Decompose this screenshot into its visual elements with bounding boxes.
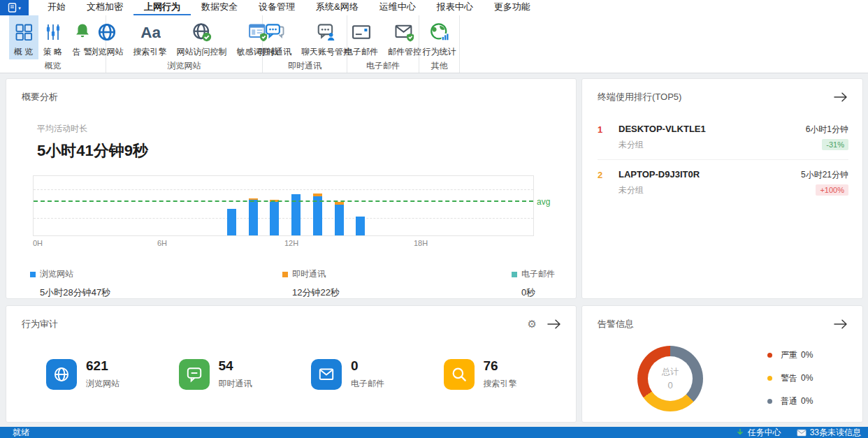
overview-panel: 概要分析 平均活动时长 5小时41分钟9秒 avg 0H6H12H18H 浏览网… — [6, 78, 577, 299]
ribbon-group-im: 即时通讯 聊天账号管控 即时通讯 — [263, 15, 347, 73]
sliders-icon — [43, 20, 63, 45]
stat-value: 621 — [86, 358, 120, 374]
activity-chart-legend: 浏览网站 5小时28分钟47秒 即时通讯 12分钟22秒 电子邮件 0秒 — [30, 268, 555, 299]
ranking-panel: 终端使用排行(TOP5) 1 DESKTOP-VLKTLE1 未分组 6小时1分… — [581, 78, 863, 299]
stat-im[interactable]: 54 即时通讯 — [179, 358, 312, 390]
ranking-row-1[interactable]: 1 DESKTOP-VLKTLE1 未分组 6小时1分钟 -31% — [598, 115, 848, 159]
ribbon-site-access-control-label: 网站访问控制 — [177, 46, 227, 58]
ribbon-policy-button[interactable]: 策 略 — [38, 15, 68, 59]
ribbon-group-email: 电子邮件 邮件管控 电子邮件 — [347, 15, 419, 73]
ribbon-group-web-label: 浏览网站 — [106, 59, 262, 74]
gear-icon[interactable]: ⚙ — [528, 318, 537, 330]
stat-email[interactable]: 0 电子邮件 — [311, 358, 444, 390]
legend-value-email: 0秒 — [521, 286, 555, 299]
ribbon-im-button[interactable]: 即时通讯 — [253, 15, 296, 59]
legend-swatch-web — [30, 272, 36, 277]
avg-duration-label: 平均活动时长 — [37, 123, 576, 135]
arrow-right-icon[interactable] — [833, 92, 848, 103]
terminal-group: 未分组 — [619, 184, 801, 196]
alert-pct: 0% — [801, 396, 813, 406]
ribbon-im-label: 即时通讯 — [258, 46, 291, 58]
ribbon: 概 览 策 略 — [0, 15, 868, 73]
terminal-group: 未分组 — [619, 139, 806, 151]
ribbon-browse-web-label: 浏览网站 — [90, 46, 124, 58]
legend-item-im: 即时通讯 12分钟22秒 — [282, 268, 340, 299]
legend-value-web: 5小时28分钟47秒 — [40, 286, 110, 299]
ribbon-group-other: 行为统计 其他 — [419, 15, 460, 73]
menu-start[interactable]: 开始 — [37, 0, 76, 15]
bar-im — [249, 198, 258, 200]
legend-swatch-im — [282, 272, 288, 277]
ribbon-overview-button[interactable]: 概 览 — [9, 15, 38, 59]
bar-web — [249, 200, 258, 235]
globe-icon — [96, 20, 117, 45]
bar-web — [270, 202, 279, 235]
donut-center: 总计 0 — [648, 356, 693, 401]
alert-legend-critical: 严重0% — [767, 347, 813, 363]
alerts-panel-title: 告警信息 — [598, 318, 823, 330]
globe-icon — [46, 359, 77, 390]
ribbon-policy-label: 策 略 — [43, 46, 62, 58]
envelope-icon — [797, 429, 806, 437]
ribbon-search-engine-button[interactable]: Aa 搜索引擎 — [129, 15, 172, 59]
menu-system-network[interactable]: 系统&网络 — [305, 0, 369, 15]
task-center-button[interactable]: 任务中心 — [736, 427, 781, 438]
avg-line — [34, 200, 533, 202]
ribbon-group-web: 浏览网站 Aa 搜索引擎 网站访问 — [106, 15, 263, 73]
audit-panel: 行为审计 ⚙ 621 浏览网站 — [6, 305, 577, 423]
ranking-list: 1 DESKTOP-VLKTLE1 未分组 6小时1分钟 -31% 2 LAPT… — [598, 115, 848, 205]
terminal-name: LAPTOP-D9J3IT0R — [619, 169, 801, 180]
alert-pct: 0% — [801, 350, 813, 360]
activity-chart-x-axis: 0H6H12H18H — [33, 239, 534, 250]
bar-web — [335, 205, 344, 235]
stat-search[interactable]: 76 搜索引擎 — [444, 358, 577, 390]
unread-messages-button[interactable]: 33条未读信息 — [797, 427, 861, 438]
trend-badge: -31% — [822, 139, 848, 150]
stat-value: 76 — [484, 358, 517, 374]
stat-label: 浏览网站 — [86, 378, 120, 390]
alert-legend-normal: 普通0% — [767, 393, 813, 409]
activity-chart: avg — [33, 175, 534, 236]
alert-legend-warning: 警告0% — [767, 370, 813, 386]
globe-check-icon — [191, 20, 212, 45]
status-ready-text: 就绪 — [13, 427, 721, 438]
menu-report-center[interactable]: 报表中心 — [426, 0, 484, 15]
stat-label: 搜索引擎 — [484, 378, 517, 390]
x-tick-label: 12H — [284, 239, 298, 247]
alert-pct: 0% — [801, 373, 813, 383]
chat-icon — [179, 359, 210, 390]
ribbon-search-engine-label: 搜索引擎 — [133, 46, 167, 58]
ribbon-email-button[interactable]: 电子邮件 — [340, 15, 383, 59]
rank-number: 2 — [598, 169, 619, 196]
mail-shield-icon — [394, 20, 415, 45]
chat-bubbles-icon — [264, 20, 285, 45]
menu-internet-behavior[interactable]: 上网行为 — [133, 0, 191, 15]
stats-globe-icon — [429, 20, 450, 45]
menu-ops-center[interactable]: 运维中心 — [369, 0, 426, 15]
audit-panel-title: 行为审计 — [22, 318, 518, 330]
menu-more-features[interactable]: 更多功能 — [484, 0, 541, 15]
menu-doc-encryption[interactable]: 文档加密 — [76, 0, 133, 15]
menu-bar: ▾ 开始 文档加密 上网行为 数据安全 设备管理 系统&网络 运维中心 报表中心… — [0, 0, 868, 15]
app-menu-button[interactable]: ▾ — [0, 0, 29, 15]
normal-dot-icon — [767, 399, 772, 404]
stat-label: 即时通讯 — [219, 378, 252, 390]
stat-value: 0 — [351, 358, 384, 374]
ribbon-site-access-control-button[interactable]: 网站访问控制 — [172, 15, 232, 59]
ribbon-browse-web-button[interactable]: 浏览网站 — [85, 15, 129, 59]
x-tick-label: 18H — [414, 239, 428, 247]
arrow-right-icon[interactable] — [547, 319, 562, 330]
donut-center-value: 0 — [667, 380, 672, 390]
bar-im — [313, 194, 322, 196]
arrow-right-icon[interactable] — [833, 319, 848, 330]
menu-device-management[interactable]: 设备管理 — [248, 0, 305, 15]
app-icon — [8, 3, 17, 13]
grid-icon — [14, 20, 34, 45]
main-content: 概要分析 平均活动时长 5小时41分钟9秒 avg 0H6H12H18H 浏览网… — [0, 73, 868, 423]
ribbon-behavior-stats-button[interactable]: 行为统计 — [418, 15, 461, 59]
ranking-row-2[interactable]: 2 LAPTOP-D9J3IT0R 未分组 5小时21分钟 +100% — [598, 159, 848, 205]
menu-data-security[interactable]: 数据安全 — [191, 0, 248, 15]
stat-web[interactable]: 621 浏览网站 — [46, 358, 179, 390]
legend-label-im: 即时通讯 — [292, 268, 326, 280]
ribbon-group-im-label: 即时通讯 — [263, 59, 347, 74]
